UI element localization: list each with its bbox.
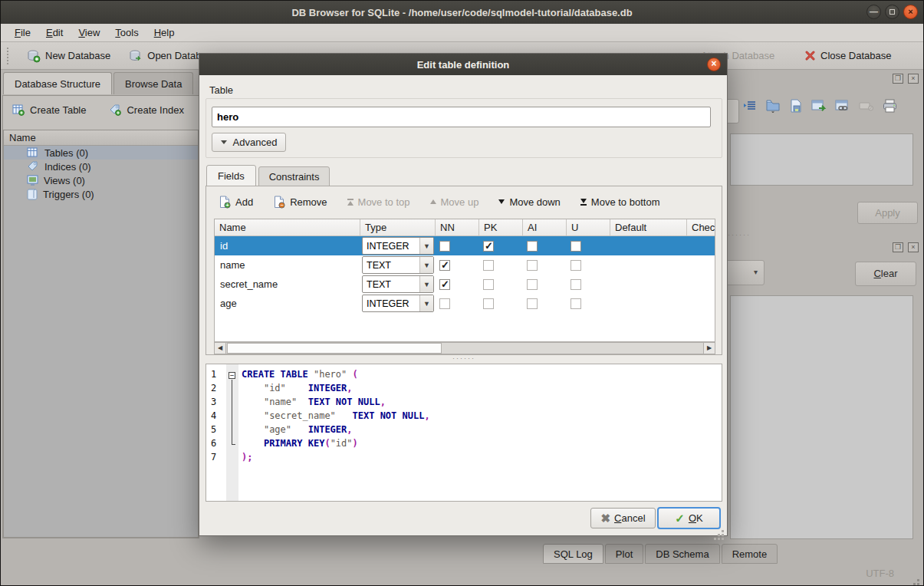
field-row-id[interactable]: idINTEGER▼ [215, 236, 715, 255]
dock-float-icon[interactable]: ❐ [893, 242, 903, 252]
tab-db-schema[interactable]: DB Schema [645, 544, 719, 564]
create-index-button[interactable]: Create Index [109, 104, 183, 116]
tree-header-name[interactable]: Name [4, 130, 198, 146]
tree-item-tables[interactable]: Tables (0) [4, 146, 198, 160]
add-field-button[interactable]: + Add [219, 196, 253, 209]
menu-file[interactable]: File [7, 25, 38, 41]
menu-tools[interactable]: Tools [107, 25, 146, 41]
field-row-name[interactable]: nameTEXT▼ [215, 255, 715, 275]
menu-help[interactable]: Help [146, 25, 182, 41]
tab-browse-data[interactable]: Browse Data [113, 72, 193, 94]
dialog-close-icon[interactable]: × [707, 58, 721, 71]
column-header-check[interactable]: Check [687, 219, 715, 235]
checkbox-pk[interactable] [483, 279, 494, 290]
open-window-icon[interactable] [811, 100, 827, 113]
advanced-button[interactable]: Advanced [212, 133, 286, 152]
toolbar-drag-handle[interactable] [7, 48, 10, 64]
dock-close-icon[interactable]: × [908, 242, 919, 252]
tab-constraints[interactable]: Constraints [258, 166, 330, 187]
checkbox-pk[interactable] [483, 241, 494, 252]
clear-button[interactable]: Clear [855, 262, 916, 286]
dialog-resize-grip[interactable] [722, 530, 724, 532]
column-header-name[interactable]: Name [215, 219, 360, 235]
tab-sql-log[interactable]: SQL Log [543, 544, 603, 564]
type-combobox[interactable]: TEXT▼ [362, 275, 434, 293]
type-combobox[interactable]: TEXT▼ [362, 256, 434, 274]
dialog-titlebar[interactable]: Edit table definition × [199, 54, 727, 75]
fields-table-hscrollbar[interactable]: ◀ ▶ [214, 342, 715, 354]
dialog-splitter-handle[interactable]: ······ [452, 354, 475, 362]
column-header-default[interactable]: Default [610, 219, 687, 235]
field-name: secret_name [215, 278, 360, 290]
column-header-type[interactable]: Type [360, 219, 436, 235]
menu-view[interactable]: View [71, 25, 107, 41]
column-header-pk[interactable]: PK [479, 219, 523, 235]
dock-float-icon[interactable]: ❐ [893, 74, 903, 84]
cancel-button[interactable]: ✖ Cancel [590, 508, 656, 528]
minimize-icon[interactable]: — [866, 5, 881, 19]
checkbox-u[interactable] [571, 298, 581, 309]
checkbox-ai[interactable] [527, 260, 538, 271]
checkbox-ai[interactable] [527, 298, 538, 309]
fold-collapse-icon[interactable]: − [229, 372, 235, 379]
checkbox-u[interactable] [571, 241, 581, 252]
open-database-icon [129, 49, 143, 63]
ok-button[interactable]: ✓ OK [657, 507, 721, 529]
cell-editor-area[interactable] [730, 133, 913, 186]
type-combobox[interactable]: INTEGER▼ [362, 295, 434, 312]
print-icon[interactable] [883, 99, 897, 113]
remove-field-button[interactable]: − Remove [273, 196, 327, 209]
checkbox-ai[interactable] [527, 279, 538, 290]
edit-cell-toolbar [743, 99, 897, 113]
create-table-button[interactable]: Create Table [12, 104, 86, 116]
scrollbar-thumb[interactable] [227, 343, 442, 354]
tab-database-structure[interactable]: Database Structure [3, 72, 112, 94]
checkbox-pk[interactable] [483, 260, 494, 271]
close-database-icon [804, 50, 816, 61]
maximize-icon[interactable] [885, 5, 899, 19]
window-resize-grip[interactable] [917, 579, 919, 581]
scroll-right-icon[interactable]: ▶ [703, 343, 715, 354]
dock-close-icon[interactable]: × [908, 74, 919, 84]
checkbox-u[interactable] [571, 260, 581, 271]
import-icon[interactable] [765, 99, 781, 113]
checkbox-nn[interactable] [439, 279, 450, 290]
checkbox-nn[interactable] [439, 298, 450, 309]
export-icon[interactable] [789, 99, 803, 113]
new-database-button[interactable]: New Database [18, 49, 120, 63]
menu-edit[interactable]: Edit [38, 25, 71, 41]
type-combobox[interactable]: INTEGER▼ [362, 237, 434, 255]
tree-item-views[interactable]: Views (0) [4, 173, 198, 187]
field-row-secret_name[interactable]: secret_nameTEXT▼ [215, 275, 715, 294]
checkbox-ai[interactable] [527, 241, 538, 252]
checkbox-nn[interactable] [439, 241, 450, 252]
tree-item-triggers[interactable]: Triggers (0) [4, 187, 198, 201]
indent-icon[interactable] [743, 100, 757, 112]
move-down-button[interactable]: Move down [498, 196, 560, 208]
checkbox-pk[interactable] [483, 298, 494, 309]
create-table-icon [12, 104, 25, 116]
sql-log-area[interactable] [730, 295, 913, 539]
tab-remote[interactable]: Remote [722, 544, 778, 564]
checkbox-nn[interactable] [439, 260, 450, 271]
link-window-icon[interactable] [835, 100, 850, 113]
tab-plot[interactable]: Plot [605, 544, 643, 564]
tree-item-indices[interactable]: Indices (0) [4, 160, 198, 173]
field-row-age[interactable]: ageINTEGER▼ [215, 294, 715, 313]
titlebar[interactable]: DB Browser for SQLite - /home/user/code/… [1, 1, 923, 24]
sql-preview[interactable]: 1234567 − CREATE TABLE "hero" ( "id" INT… [206, 364, 722, 502]
move-to-bottom-button[interactable]: Move to bottom [580, 196, 660, 208]
checkbox-u[interactable] [571, 279, 581, 290]
main-window: DB Browser for SQLite - /home/user/code/… [0, 0, 924, 586]
column-header-ai[interactable]: AI [523, 219, 567, 235]
scroll-left-icon[interactable]: ◀ [215, 343, 226, 354]
set-null-icon[interactable] [859, 100, 874, 111]
close-icon[interactable]: × [903, 5, 918, 19]
column-header-nn[interactable]: NN [436, 219, 479, 235]
table-name-input[interactable] [212, 107, 711, 127]
tab-fields[interactable]: Fields [206, 165, 256, 187]
dock-splitter-handle[interactable]: ······ [728, 231, 751, 239]
column-header-u[interactable]: U [567, 219, 610, 235]
chevron-down-icon: ▼ [419, 295, 433, 311]
close-database-button[interactable]: Close Database [804, 42, 892, 69]
